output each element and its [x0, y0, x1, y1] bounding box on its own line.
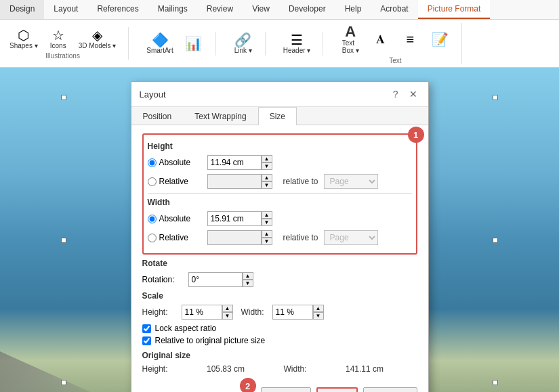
- width-absolute-down[interactable]: ▼: [262, 219, 272, 226]
- lock-aspect-checkbox[interactable]: [142, 324, 151, 333]
- cancel-button[interactable]: Cancel: [363, 387, 417, 392]
- tab-references[interactable]: References: [87, 0, 148, 19]
- dialog-title: Layout: [140, 89, 166, 100]
- tab-help[interactable]: Help: [335, 0, 371, 19]
- scale-height-up[interactable]: ▲: [222, 305, 233, 312]
- rotation-down[interactable]: ▼: [243, 280, 253, 287]
- rotation-up[interactable]: ▲: [243, 272, 253, 280]
- text-align-button[interactable]: ≡: [396, 31, 423, 47]
- header-button[interactable]: ☰ Header ▾: [279, 32, 315, 56]
- shapes-button[interactable]: ⬡ Shapes ▾: [5, 27, 42, 51]
- textbox-button[interactable]: A TextBox ▾: [337, 23, 364, 56]
- height-relative-input[interactable]: [207, 174, 262, 189]
- height-absolute-up[interactable]: ▲: [262, 155, 272, 162]
- rotation-input[interactable]: [188, 272, 243, 287]
- width-relative-label: Relative: [159, 233, 188, 242]
- ribbon-content-area: ⬡ Shapes ▾ ☆ Icons ◈ 3D Models ▾ Illustr…: [0, 20, 559, 67]
- height-section-label: Height: [148, 141, 412, 151]
- width-absolute-input[interactable]: [207, 211, 262, 226]
- width-absolute-row: Absolute ▲ ▼: [148, 211, 412, 226]
- rotation-spinners: ▲ ▼: [243, 272, 253, 287]
- ribbon-group-illustrations: ⬡ Shapes ▾ ☆ Icons ◈ 3D Models ▾ Illustr…: [5, 27, 129, 60]
- link-button[interactable]: 🔗 Link ▾: [230, 32, 257, 56]
- text-group-label: Text: [389, 57, 401, 64]
- scale-width-input[interactable]: [272, 305, 313, 320]
- width-absolute-radio-label[interactable]: Absolute: [148, 214, 202, 223]
- rotation-row: Rotation: ▲ ▼: [142, 272, 417, 287]
- icons-icon: ☆: [52, 28, 64, 42]
- height-absolute-spinners: ▲ ▼: [262, 155, 272, 170]
- width-relative-input[interactable]: [207, 230, 262, 245]
- height-absolute-input-group: ▲ ▼: [207, 155, 272, 170]
- badge-2: 2: [240, 378, 256, 392]
- scale-height-down[interactable]: ▼: [222, 312, 233, 320]
- height-relative-spinners: ▲ ▼: [262, 174, 272, 189]
- height-absolute-input[interactable]: [207, 155, 262, 170]
- shapes-label: Shapes ▾: [9, 42, 38, 49]
- tab-review[interactable]: Review: [197, 0, 243, 19]
- dialog-tab-bar: Position Text Wrapping Size: [131, 107, 428, 125]
- height-relative-radio-label[interactable]: Relative: [148, 177, 202, 186]
- dialog-overlay: Layout ? ✕ Position Text Wrapping Size 1…: [0, 68, 559, 392]
- tab-text-wrapping[interactable]: Text Wrapping: [183, 107, 257, 125]
- width-section-label: Width: [148, 198, 412, 207]
- main-content-area: Layout ? ✕ Position Text Wrapping Size 1…: [0, 68, 559, 392]
- height-absolute-down[interactable]: ▼: [262, 162, 272, 170]
- dialog-close-button[interactable]: ✕: [407, 87, 420, 101]
- tab-acrobat[interactable]: Acrobat: [371, 0, 417, 19]
- tab-developer[interactable]: Developer: [279, 0, 335, 19]
- width-relative-row: Relative ▲ ▼ relative to Page: [148, 230, 412, 245]
- lock-aspect-row: Lock aspect ratio: [142, 324, 417, 333]
- ribbon-tab-bar: Design Layout References Mailings Review…: [0, 0, 559, 20]
- dialog-footer: 2 Reset OK Cancel: [131, 382, 428, 392]
- icons-label: Icons: [50, 42, 66, 49]
- tab-mailings[interactable]: Mailings: [148, 0, 197, 19]
- rotate-section-label: Rotate: [142, 259, 417, 268]
- height-relative-to-select[interactable]: Page: [324, 174, 378, 189]
- height-absolute-radio[interactable]: [148, 158, 157, 167]
- height-absolute-radio-label[interactable]: Absolute: [148, 158, 202, 167]
- tab-size[interactable]: Size: [258, 107, 297, 125]
- tab-position[interactable]: Position: [131, 107, 184, 125]
- scale-width-up[interactable]: ▲: [313, 305, 324, 312]
- height-relative-down[interactable]: ▼: [262, 181, 272, 189]
- tab-layout[interactable]: Layout: [44, 0, 87, 19]
- width-relative-radio[interactable]: [148, 234, 157, 242]
- width-relative-down[interactable]: ▼: [262, 238, 272, 245]
- reset-button[interactable]: Reset: [261, 387, 310, 392]
- tab-design[interactable]: Design: [0, 0, 44, 19]
- width-relative-input-group: ▲ ▼: [207, 230, 272, 245]
- width-relative-up[interactable]: ▲: [262, 230, 272, 238]
- width-absolute-radio[interactable]: [148, 215, 157, 223]
- dialog-body: 1 Height Absolute ▲ ▼: [131, 125, 428, 382]
- scale-height-label: Height:: [142, 307, 176, 317]
- orig-height-label: Height:: [142, 364, 201, 374]
- height-relative-row: Relative ▲ ▼ relative to Page: [148, 174, 412, 189]
- height-relative-radio[interactable]: [148, 177, 157, 186]
- icons-button[interactable]: ☆ Icons: [45, 27, 72, 51]
- width-relative-to-select[interactable]: Page: [324, 230, 378, 245]
- chart-button[interactable]: 📊: [180, 35, 207, 51]
- relative-original-checkbox[interactable]: [142, 336, 151, 345]
- height-relative-to-label: relative to: [283, 177, 318, 186]
- dialog-help-button[interactable]: ?: [390, 87, 401, 101]
- smartart-button[interactable]: 🔷 SmartArt: [142, 32, 177, 56]
- orig-height-value: 105.83 cm: [207, 364, 278, 374]
- ok-button[interactable]: OK: [316, 387, 358, 392]
- tab-picture-format[interactable]: Picture Format: [418, 0, 491, 19]
- scale-width-down[interactable]: ▼: [313, 312, 324, 320]
- ribbon-group-smartart: 🔷 SmartArt 📊: [142, 32, 215, 56]
- lock-aspect-label: Lock aspect ratio: [155, 324, 217, 333]
- width-relative-spinners: ▲ ▼: [262, 230, 272, 245]
- text-style-button[interactable]: 𝐀: [367, 32, 394, 47]
- width-absolute-up[interactable]: ▲: [262, 211, 272, 219]
- tab-view[interactable]: View: [243, 0, 279, 19]
- height-width-section: 1 Height Absolute ▲ ▼: [142, 133, 417, 255]
- width-relative-radio-label[interactable]: Relative: [148, 233, 202, 242]
- height-relative-up[interactable]: ▲: [262, 174, 272, 181]
- chart-icon: 📊: [185, 37, 202, 50]
- 3d-models-button[interactable]: ◈ 3D Models ▾: [75, 27, 121, 51]
- scale-row: Height: ▲ ▼ Width: ▲ ▼: [142, 305, 417, 320]
- scale-height-input[interactable]: [182, 305, 222, 320]
- wordart-button[interactable]: 📝: [426, 31, 453, 47]
